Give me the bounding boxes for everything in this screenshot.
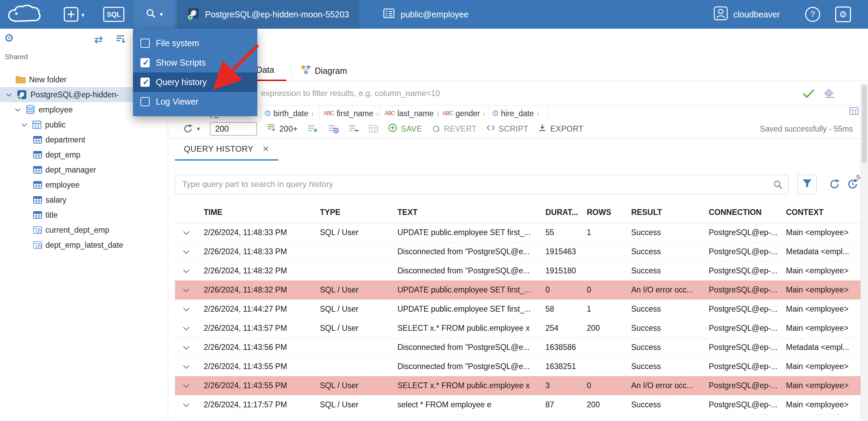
delete-row-button[interactable]: [348, 124, 359, 134]
duplicate-row-button[interactable]: [328, 124, 339, 134]
expand-row-button[interactable]: [175, 269, 198, 273]
edit-grid-button[interactable]: [369, 124, 378, 133]
tree-item-table[interactable]: dept_manager: [0, 162, 168, 177]
table-icon: [33, 211, 42, 219]
sort-desc-icon[interactable]: ↓: [537, 106, 540, 119]
script-button[interactable]: SCRIPT: [486, 124, 528, 134]
connection-selector[interactable]: PostgreSQL@ep-hidden-moon-55203: [177, 0, 359, 29]
clear-filter-eraser-icon[interactable]: [824, 89, 835, 98]
column-picker-icon[interactable]: [850, 107, 858, 116]
tree-item-view[interactable]: current_dept_emp: [0, 222, 168, 237]
col-connection[interactable]: CONNECTION: [703, 208, 780, 217]
sort-desc-icon[interactable]: ↓: [376, 106, 379, 119]
sort-desc-icon[interactable]: ↓: [311, 106, 314, 119]
expand-row-button[interactable]: [175, 364, 198, 369]
sort-desc-icon[interactable]: ↓: [483, 106, 486, 119]
tree-item-view[interactable]: dept_emp_latest_date: [0, 237, 168, 253]
chevron-down-icon[interactable]: [4, 93, 13, 97]
col-rows[interactable]: ROWS: [581, 208, 625, 217]
search-icon[interactable]: [773, 179, 783, 191]
postgresql-connection-icon: [17, 90, 27, 100]
auto-refresh-timer-button[interactable]: 5s: [846, 178, 859, 191]
sql-editor-button[interactable]: SQL: [103, 7, 124, 22]
col-time[interactable]: TIME: [198, 208, 314, 217]
refresh-button[interactable]: ▾: [182, 123, 200, 134]
revert-button[interactable]: REVERT: [432, 124, 477, 134]
row-limit-input[interactable]: [210, 122, 257, 136]
vertical-scrollbar[interactable]: [860, 83, 868, 421]
tree-item-schema[interactable]: public: [0, 117, 168, 132]
expand-row-button[interactable]: [175, 326, 198, 331]
history-row[interactable]: 2/26/2024, 11:43:55 PM Disconnected from…: [175, 357, 861, 376]
chevron-down-icon: ▾: [81, 11, 84, 19]
tree-item-table[interactable]: department: [0, 132, 168, 147]
result-grid-header: # 123 emp_no ↓ birth_date ↓ ABC first_na…: [168, 106, 860, 119]
tree-item-table[interactable]: title: [0, 207, 168, 222]
expand-row-button[interactable]: [175, 403, 198, 407]
checkbox-checked-icon[interactable]: [140, 58, 150, 67]
col-result[interactable]: RESULT: [625, 208, 703, 217]
expand-row-button[interactable]: [175, 249, 198, 254]
column-header-birth-date[interactable]: birth_date ↓: [261, 106, 320, 119]
expand-row-button[interactable]: [175, 307, 198, 312]
expand-row-button[interactable]: [175, 345, 198, 350]
tree-item-table[interactable]: employee: [0, 177, 168, 192]
history-row[interactable]: 2/26/2024, 11:48:33 PM SQL / User UPDATE…: [175, 223, 861, 242]
col-duration[interactable]: DURAT...: [539, 208, 581, 217]
menu-item-file-system[interactable]: File system: [133, 33, 257, 53]
table-icon: [33, 181, 42, 189]
column-header-first-name[interactable]: ABC first_name ↓: [320, 106, 380, 119]
expand-row-button[interactable]: [175, 288, 198, 293]
checkbox-unchecked-icon[interactable]: [140, 39, 150, 48]
menu-item-log-viewer[interactable]: Log Viewer: [133, 92, 257, 111]
filter-input[interactable]: expression to filter results, e.g. colum…: [261, 89, 802, 98]
search-input[interactable]: [175, 175, 788, 194]
col-context[interactable]: CONTEXT: [780, 208, 861, 217]
expand-row-button[interactable]: [175, 230, 198, 235]
history-filter-button[interactable]: [797, 175, 817, 194]
new-connection-button[interactable]: ▾: [64, 7, 84, 23]
user-menu[interactable]: cloudbeaver: [714, 0, 780, 29]
apply-filter-check-icon[interactable]: [802, 89, 815, 98]
history-row[interactable]: 2/26/2024, 11:43:56 PM Disconnected from…: [175, 338, 861, 357]
navigator-settings-icon[interactable]: ⚙: [4, 31, 14, 44]
scrollbar-thumb[interactable]: [862, 85, 867, 163]
col-type[interactable]: TYPE: [314, 208, 391, 217]
tree-item-table[interactable]: dept_emp: [0, 147, 168, 162]
column-header-last-name[interactable]: ABC last_name ↓: [380, 106, 438, 119]
export-button[interactable]: EXPORT: [538, 123, 583, 134]
tools-menu-button[interactable]: ▾: [134, 0, 174, 29]
schema-selector[interactable]: public@employee: [376, 0, 475, 29]
column-header-hire-date[interactable]: hire_date ↓: [488, 106, 549, 119]
tab-diagram[interactable]: Diagram: [291, 63, 356, 78]
save-button[interactable]: SAVE: [388, 123, 422, 135]
checkbox-checked-icon[interactable]: [140, 78, 150, 87]
column-header-gender[interactable]: ABC gender ↓: [438, 106, 488, 119]
history-row-error[interactable]: 2/26/2024, 11:43:55 PM SQL / User SELECT…: [175, 376, 861, 395]
fetch-next-page-button[interactable]: 200+: [267, 123, 298, 134]
settings-button[interactable]: ⚙: [835, 6, 851, 22]
tree-item-table[interactable]: salary: [0, 192, 168, 207]
close-icon[interactable]: ✕: [262, 144, 269, 154]
checkbox-unchecked-icon[interactable]: [140, 97, 150, 106]
chevron-down-icon[interactable]: [20, 123, 29, 127]
history-refresh-button[interactable]: [828, 178, 841, 190]
history-row[interactable]: 2/26/2024, 11:48:33 PM Disconnected from…: [175, 242, 861, 261]
history-row[interactable]: 2/26/2024, 11:44:27 PM SQL / User UPDATE…: [175, 300, 861, 319]
history-row[interactable]: 2/26/2024, 11:43:57 PM SQL / User SELECT…: [175, 319, 861, 338]
funnel-icon: [802, 179, 812, 190]
history-row[interactable]: 2/26/2024, 11:48:32 PM Disconnected from…: [175, 261, 861, 281]
data-filter-bar[interactable]: expression to filter results, e.g. colum…: [168, 81, 868, 106]
collapse-all-icon[interactable]: [115, 34, 125, 45]
menu-item-show-scripts[interactable]: Show Scripts: [133, 53, 257, 72]
chevron-down-icon[interactable]: [13, 108, 22, 112]
history-row[interactable]: 2/26/2024, 11:17:57 PM SQL / User select…: [175, 395, 861, 415]
menu-item-query-history[interactable]: Query history: [133, 72, 257, 92]
sync-connection-icon[interactable]: ⇄: [94, 33, 103, 45]
help-button[interactable]: ?: [805, 7, 820, 22]
col-text[interactable]: TEXT: [391, 208, 539, 217]
add-row-button[interactable]: [307, 124, 318, 134]
history-row-error[interactable]: 2/26/2024, 11:48:32 PM SQL / User UPDATE…: [175, 281, 861, 300]
tab-query-history[interactable]: QUERY HISTORY ✕: [175, 139, 278, 161]
expand-row-button[interactable]: [175, 383, 198, 388]
